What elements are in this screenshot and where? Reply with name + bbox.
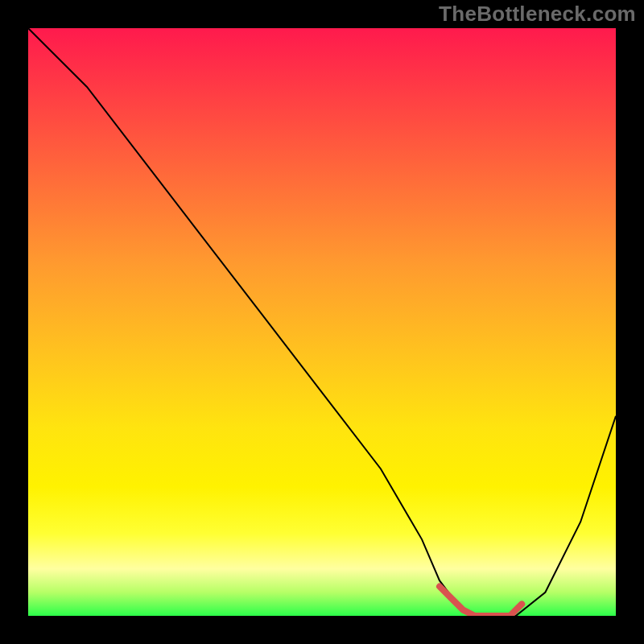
watermark-text: TheBottleneck.com: [439, 2, 636, 27]
bottleneck-curve: [28, 28, 616, 616]
curve-layer: [28, 28, 616, 616]
plot-area: [28, 28, 616, 616]
optimal-range-highlight: [440, 587, 522, 617]
chart-frame: TheBottleneck.com: [0, 0, 644, 644]
